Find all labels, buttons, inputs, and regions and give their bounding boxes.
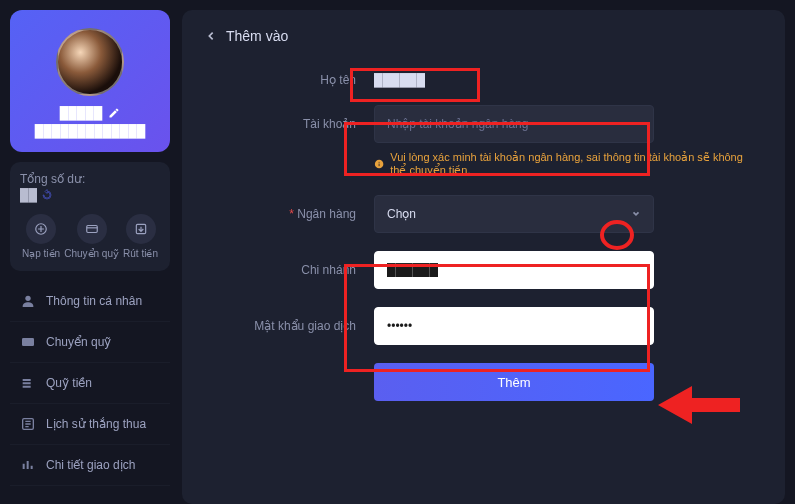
balance-value: ██ [20, 188, 37, 202]
bars-icon [20, 457, 36, 473]
back-icon[interactable] [206, 31, 216, 41]
deposit-icon [34, 222, 48, 236]
nav-label: Chuyển quỹ [46, 335, 111, 349]
refresh-icon[interactable] [41, 189, 53, 201]
user-icon [20, 293, 36, 309]
wallet-icon [20, 334, 36, 350]
deposit-label: Nạp tiền [22, 248, 60, 259]
bank-selected-value: Chọn [387, 207, 416, 221]
avatar[interactable] [56, 28, 124, 96]
svg-rect-4 [22, 338, 34, 346]
withdraw-icon [134, 222, 148, 236]
balance-box: Tổng số dư: ██ Nạp tiền Chuyển quỹ Rút t… [10, 162, 170, 271]
withdraw-button[interactable]: Rút tiền [123, 214, 158, 259]
balance-label: Tổng số dư: [20, 172, 160, 186]
nav-label: Thông tin cá nhân [46, 294, 142, 308]
transfer-icon [85, 222, 99, 236]
sidebar-item-profile[interactable]: Thông tin cá nhân [10, 281, 170, 322]
sidebar-item-transfer[interactable]: Chuyển quỹ [10, 322, 170, 363]
panel-title: Thêm vào [226, 28, 288, 44]
branch-label: Chi nhánh [206, 263, 356, 277]
name-label: Họ tên [206, 73, 356, 87]
account-input[interactable] [374, 105, 654, 143]
submit-button[interactable]: Thêm [374, 363, 654, 401]
transfer-button[interactable]: Chuyển quỹ [64, 214, 119, 259]
sidebar-item-funds[interactable]: Quỹ tiền [10, 363, 170, 404]
bank-select[interactable]: Chọn [374, 195, 654, 233]
profile-card: █████ █████████████ [10, 10, 170, 152]
coins-icon [20, 375, 36, 391]
branch-input[interactable] [374, 251, 654, 289]
profile-name: █████ [60, 106, 103, 120]
info-icon [374, 158, 384, 170]
svg-point-3 [25, 296, 30, 301]
account-label: Tài khoản [206, 117, 356, 131]
password-label: Mật khẩu giao dịch [206, 319, 356, 333]
nav-list: Thông tin cá nhân Chuyển quỹ Quỹ tiền Lị… [10, 281, 170, 486]
bank-label: Ngân hàng [206, 207, 356, 221]
deposit-button[interactable]: Nạp tiền [22, 214, 60, 259]
pencil-icon[interactable] [108, 107, 120, 119]
nav-label: Chi tiết giao dịch [46, 458, 135, 472]
svg-rect-1 [86, 226, 97, 233]
sidebar-item-transactions[interactable]: Chi tiết giao dịch [10, 445, 170, 486]
nav-label: Quỹ tiền [46, 376, 92, 390]
name-value: ██████ [374, 73, 425, 87]
transfer-label: Chuyển quỹ [64, 248, 119, 259]
nav-label: Lịch sử thắng thua [46, 417, 146, 431]
chevron-down-icon [631, 209, 641, 219]
profile-subtitle: █████████████ [35, 124, 146, 138]
account-hint: Vui lòng xác minh tài khoản ngân hàng, s… [390, 151, 761, 177]
withdraw-label: Rút tiền [123, 248, 158, 259]
sidebar-item-history[interactable]: Lịch sử thắng thua [10, 404, 170, 445]
password-input[interactable] [374, 307, 654, 345]
main-panel: Thêm vào Họ tên ██████ Tài khoản Vui lòn… [182, 10, 785, 504]
history-icon [20, 416, 36, 432]
